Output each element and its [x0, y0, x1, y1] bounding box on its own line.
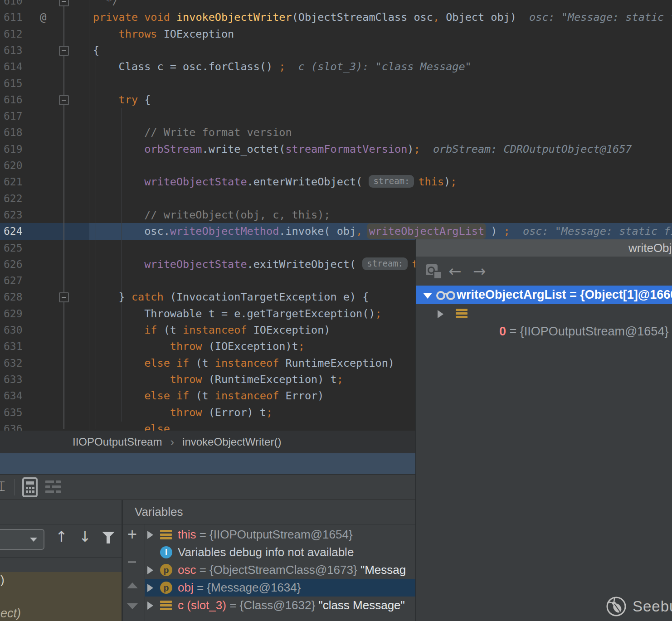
fold-marker-icon[interactable]	[59, 46, 69, 56]
inline-debug-hint: orbStream: CDROutputObject@1657	[420, 143, 632, 155]
code-token: throws	[119, 28, 157, 40]
move-down-button[interactable]	[127, 603, 138, 609]
filter-icon[interactable]	[102, 532, 115, 538]
text-cursor-icon[interactable]: ⌶	[0, 478, 5, 495]
code-token: else	[144, 357, 170, 369]
variable-value: = {Message@1634}	[194, 581, 301, 595]
variable-name: obj	[178, 581, 194, 595]
thread-selector-dropdown[interactable]	[0, 529, 44, 550]
code-token: {	[138, 93, 151, 106]
code-text: // Write format version	[93, 124, 292, 141]
frames-border	[0, 557, 122, 558]
add-watch-button[interactable]: +	[127, 526, 137, 543]
chevron-right-icon[interactable]	[145, 584, 160, 592]
chevron-right-icon[interactable]	[438, 310, 443, 318]
code-token: Object obj)	[439, 11, 516, 24]
code-token: throw	[170, 373, 202, 386]
variable-name: c (slot_3)	[178, 598, 226, 612]
code-token: ;	[337, 373, 343, 386]
code-token: .invoke( obj	[279, 225, 356, 238]
line-number-623: 623	[4, 207, 23, 223]
code-line-610: 610 */	[0, 0, 672, 10]
forward-arrow-icon[interactable]: →	[473, 262, 486, 280]
code-line-624: 624 osc.writeObjectMethod.invoke( obj, w…	[0, 223, 672, 240]
variable-row-osc[interactable]: posc = {ObjectStreamClass@1673} "Messag	[145, 561, 416, 579]
code-line-620: 620	[0, 157, 672, 174]
variable-string-value: "Messag	[357, 563, 406, 577]
code-token: ;	[266, 406, 273, 419]
line-number-610: 610	[4, 0, 23, 10]
code-line-615: 615	[0, 75, 672, 92]
selected-stack-frame[interactable]: ) ect)	[0, 572, 122, 621]
code-token: Error)	[279, 389, 324, 402]
code-text: throw (Error) t;	[93, 404, 273, 421]
code-token: (t	[189, 357, 215, 369]
code-token: catch	[131, 291, 164, 303]
popup-watch-row-selected[interactable]: writeObjectArgList = {Object[1]@1660}	[416, 286, 672, 304]
watch-glasses-icon	[436, 288, 457, 302]
code-token: */	[93, 0, 119, 7]
variable-row-info[interactable]: iVariables debug info not available	[145, 543, 416, 561]
code-text: else if (t instanceof Error)	[93, 388, 324, 404]
code-token: void	[144, 11, 170, 24]
popup-array-element-row[interactable]: 0 = {IIOPOutputStream@1654}	[416, 304, 672, 322]
variable-value: = {ObjectStreamClass@1673}	[196, 563, 357, 577]
line-number-615: 615	[4, 75, 23, 92]
fold-marker-icon[interactable]	[59, 292, 69, 302]
code-token	[93, 258, 144, 271]
code-token: invokeObjectWriter	[176, 11, 292, 24]
line-number-628: 628	[4, 289, 23, 306]
variables-tree[interactable]: this = {IIOPOutputStream@1654}iVariables…	[145, 526, 416, 621]
variable-row-this[interactable]: this = {IIOPOutputStream@1654}	[145, 526, 416, 543]
code-text: writeObjectState.exitWriteObject( stream…	[93, 256, 450, 273]
breadcrumb-class[interactable]: IIOPOutputStream	[73, 436, 162, 448]
line-number-613: 613	[4, 42, 23, 59]
code-token: (RuntimeException) t	[202, 373, 337, 386]
code-token: // writeObject(obj, c, this);	[144, 209, 330, 221]
chevron-expanded-icon[interactable]	[423, 293, 432, 299]
variables-panel-title: Variables	[135, 500, 183, 524]
layout-settings-icon[interactable]	[45, 480, 61, 494]
variable-value: = {Class@1632}	[226, 598, 315, 612]
fold-marker-icon[interactable]	[59, 95, 69, 105]
variable-name: osc	[178, 563, 196, 577]
evaluate-expression-icon[interactable]	[22, 477, 39, 498]
step-up-icon[interactable]: ↑	[55, 528, 68, 545]
code-token: ;	[279, 60, 285, 73]
seebug-logo-icon	[605, 596, 627, 617]
chevron-right-icon[interactable]	[145, 566, 160, 574]
chevron-right-icon[interactable]	[145, 602, 160, 610]
step-down-icon[interactable]: ↓	[79, 528, 91, 545]
value-icon	[160, 601, 172, 610]
debugger-value-popup: writeObj ← → writeObjectArgList = {Objec…	[415, 239, 672, 621]
code-line-616: 616 try {	[0, 92, 672, 108]
code-token: Throwable t = e.getTargetException()	[93, 307, 375, 320]
fold-marker-icon[interactable]	[59, 0, 69, 6]
line-number-634: 634	[4, 388, 23, 404]
breadcrumb-method[interactable]: invokeObjectWriter()	[182, 436, 281, 448]
code-token	[93, 373, 170, 386]
popup-title-bar[interactable]: writeObj	[416, 239, 672, 257]
move-up-button[interactable]	[127, 582, 138, 588]
code-token: if	[176, 389, 189, 402]
code-token: // Write format version	[144, 126, 292, 139]
element-index: 0	[499, 325, 506, 338]
annotation-gutter-icon[interactable]: @	[40, 11, 46, 24]
code-text: writeObjectState.enterWriteObject( strea…	[93, 174, 457, 190]
referring-objects-icon[interactable]	[426, 264, 438, 275]
variable-row-c-slot-3[interactable]: c (slot_3) = {Class@1632} "class Message…	[145, 597, 416, 614]
info-icon: i	[160, 546, 172, 558]
remove-watch-button[interactable]	[128, 561, 136, 563]
code-token: this	[418, 175, 444, 188]
code-token: .enterWriteObject(	[247, 175, 369, 188]
variable-row-obj[interactable]: pobj = {Message@1634}	[145, 579, 416, 597]
panel-divider[interactable]	[122, 500, 123, 621]
code-token: instanceof	[215, 389, 279, 402]
frame-text-fragment: )	[0, 573, 5, 587]
code-token	[93, 209, 144, 221]
back-arrow-icon[interactable]: ←	[448, 262, 462, 280]
debug-toolwindow-header-band	[0, 453, 416, 474]
chevron-right-icon[interactable]	[145, 531, 160, 539]
code-text: throw (IOException)t;	[93, 338, 305, 355]
variable-name: this	[178, 528, 196, 542]
